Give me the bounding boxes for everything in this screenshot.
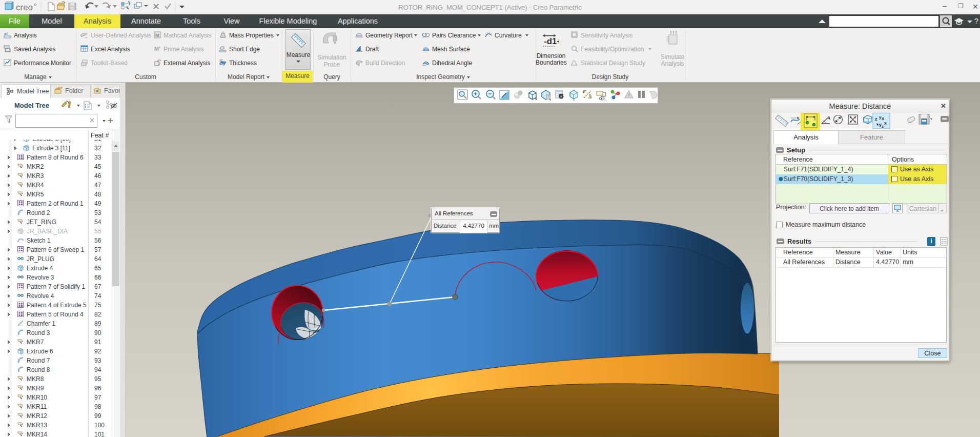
svg-text:z: z: [589, 93, 591, 97]
svg-text:x: x: [884, 121, 887, 126]
svg-text:✱: ✱: [96, 89, 99, 93]
svg-text:creo: creo: [16, 3, 33, 12]
svg-text:z: z: [882, 124, 884, 129]
svg-text:z: z: [875, 116, 877, 122]
svg-text:x: x: [583, 90, 585, 93]
